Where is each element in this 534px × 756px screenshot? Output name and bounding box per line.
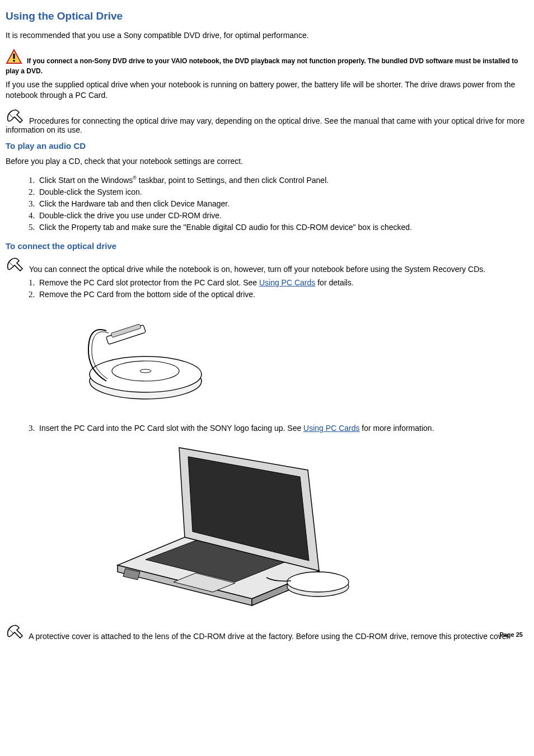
list-item: Remove the PC Card from the bottom side … bbox=[37, 289, 528, 412]
intro-paragraph: It is recommended that you use a Sony co… bbox=[6, 30, 528, 41]
warning-icon bbox=[6, 49, 22, 66]
figure-optical-drive bbox=[73, 308, 528, 412]
connect-drive-steps: Remove the PC Card slot protector from t… bbox=[6, 277, 528, 613]
note-block-2: You can connect the optical drive while … bbox=[6, 256, 528, 274]
list-item: Remove the PC Card slot protector from t… bbox=[37, 277, 528, 289]
svg-rect-2 bbox=[13, 60, 15, 62]
subheading-play-cd: To play an audio CD bbox=[6, 141, 528, 151]
list-item: Double-click the drive you use under CD-… bbox=[37, 210, 528, 222]
battery-paragraph: If you use the supplied optical drive wh… bbox=[6, 79, 528, 101]
figure-notebook-drive bbox=[106, 442, 528, 613]
page-title: Using the Optical Drive bbox=[6, 10, 528, 22]
svg-rect-1 bbox=[13, 54, 15, 59]
note-icon bbox=[6, 623, 25, 641]
note-text-2: You can connect the optical drive while … bbox=[29, 265, 486, 274]
link-using-pc-cards[interactable]: Using PC Cards bbox=[259, 278, 315, 287]
pre-list-paragraph: Before you play a CD, check that your no… bbox=[6, 156, 528, 167]
svg-line-3 bbox=[9, 114, 13, 118]
play-cd-steps: Click Start on the Windows® taskbar, poi… bbox=[6, 175, 528, 233]
note-block-1: Procedures for connecting the optical dr… bbox=[6, 108, 528, 134]
note-icon bbox=[6, 256, 25, 274]
note-text-3: A protective cover is attached to the le… bbox=[29, 632, 510, 641]
svg-point-19 bbox=[287, 572, 349, 592]
svg-line-4 bbox=[9, 262, 13, 266]
list-item: Click the Hardware tab and then click De… bbox=[37, 198, 528, 210]
note-block-3: A protective cover is attached to the le… bbox=[6, 623, 528, 641]
svg-line-21 bbox=[9, 629, 13, 633]
warning-text: If you connect a non-Sony DVD drive to y… bbox=[6, 57, 518, 75]
svg-point-8 bbox=[140, 369, 151, 373]
page-number: Page 25 bbox=[499, 631, 523, 638]
list-item: Click the Property tab and make sure the… bbox=[37, 222, 528, 233]
list-item: Click Start on the Windows® taskbar, poi… bbox=[37, 175, 528, 186]
note-text-1: Procedures for connecting the optical dr… bbox=[6, 116, 524, 134]
subheading-connect-drive: To connect the optical drive bbox=[6, 241, 528, 251]
link-using-pc-cards[interactable]: Using PC Cards bbox=[303, 424, 359, 433]
list-item: Insert the PC Card into the PC Card slot… bbox=[37, 422, 528, 613]
note-icon bbox=[6, 108, 25, 125]
list-item: Double-click the System icon. bbox=[37, 186, 528, 198]
warning-block: If you connect a non-Sony DVD drive to y… bbox=[6, 49, 528, 76]
